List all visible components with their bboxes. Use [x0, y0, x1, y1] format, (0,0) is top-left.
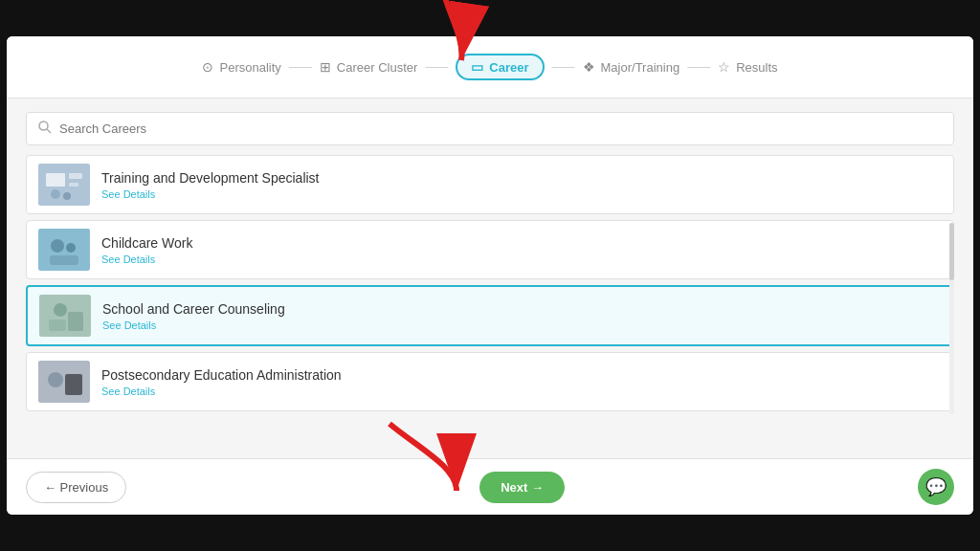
svg-rect-18: [65, 374, 82, 395]
career-thumb-postsecondary: [38, 361, 90, 403]
career-title-childcare: Childcare Work: [101, 235, 192, 251]
step-career-label: Career: [489, 60, 528, 75]
step-career-cluster-label: Career Cluster: [337, 60, 418, 75]
step-arrow-4: ——: [687, 60, 710, 74]
svg-point-10: [66, 243, 76, 253]
career-info-counseling: School and Career Counseling See Details: [102, 301, 285, 331]
career-cluster-icon: ⊞: [320, 59, 331, 75]
next-button[interactable]: Next →: [479, 472, 565, 503]
svg-rect-4: [69, 173, 82, 179]
see-details-childcare[interactable]: See Details: [101, 253, 192, 265]
search-bar: [26, 112, 954, 145]
svg-rect-5: [69, 183, 78, 187]
scrollbar-thumb[interactable]: [949, 223, 954, 280]
personality-icon: ⊙: [202, 59, 213, 75]
search-input[interactable]: [59, 121, 942, 136]
major-training-icon: ❖: [583, 59, 595, 75]
svg-rect-11: [50, 255, 78, 265]
see-details-postsecondary[interactable]: See Details: [101, 386, 342, 397]
career-title-postsecondary: Postsecondary Education Administration: [101, 367, 342, 383]
career-info-postsecondary: Postsecondary Education Administration S…: [101, 367, 342, 397]
svg-rect-14: [49, 320, 66, 331]
chat-icon: 💬: [925, 476, 947, 497]
step-career-cluster[interactable]: ⊞ Career Cluster: [320, 59, 418, 75]
career-card-counseling[interactable]: School and Career Counseling See Details: [26, 285, 954, 346]
svg-point-9: [51, 239, 64, 253]
career-info-training-dev: Training and Development Specialist See …: [101, 170, 320, 200]
search-icon: [38, 121, 52, 137]
svg-point-13: [54, 303, 67, 317]
step-personality[interactable]: ⊙ Personality: [202, 59, 280, 75]
career-info-childcare: Childcare Work See Details: [101, 235, 192, 265]
svg-point-7: [63, 192, 71, 200]
svg-point-17: [48, 372, 63, 387]
svg-rect-15: [68, 312, 83, 331]
chat-button[interactable]: 💬: [918, 469, 954, 505]
step-major-training[interactable]: ❖ Major/Training: [583, 59, 680, 75]
step-results-label: Results: [736, 60, 777, 75]
career-card-childcare[interactable]: Childcare Work See Details: [26, 220, 954, 279]
career-thumb-training-dev: [38, 164, 90, 206]
step-arrow-2: ——: [425, 60, 448, 74]
step-personality-label: Personality: [219, 60, 280, 75]
step-arrow-3: ——: [552, 60, 575, 74]
svg-point-0: [39, 121, 48, 130]
career-title-counseling: School and Career Counseling: [102, 301, 285, 317]
career-thumb-childcare: [38, 229, 90, 271]
see-details-counseling[interactable]: See Details: [102, 320, 285, 331]
step-major-training-label: Major/Training: [601, 60, 680, 75]
career-icon: ▭: [471, 59, 483, 75]
step-results[interactable]: ☆ Results: [718, 59, 777, 75]
stepper: ⊙ Personality —— ⊞ Career Cluster —— ▭ C…: [7, 36, 973, 99]
scrollbar-track[interactable]: [949, 223, 954, 414]
career-list: Training and Development Specialist See …: [7, 155, 973, 458]
career-thumb-counseling: [39, 295, 91, 337]
svg-line-1: [47, 129, 51, 133]
step-arrow-1: ——: [289, 60, 312, 74]
results-icon: ☆: [718, 59, 730, 75]
previous-button[interactable]: ← Previous: [26, 472, 126, 503]
career-title-training-dev: Training and Development Specialist: [101, 170, 320, 186]
bottom-bar: ← Previous Next → 💬: [7, 458, 973, 515]
career-card-training-dev[interactable]: Training and Development Specialist See …: [26, 155, 954, 214]
see-details-training-dev[interactable]: See Details: [101, 188, 320, 200]
step-career[interactable]: ▭ Career: [456, 54, 544, 80]
svg-point-6: [51, 189, 60, 199]
svg-rect-3: [46, 173, 65, 187]
career-card-postsecondary[interactable]: Postsecondary Education Administration S…: [26, 352, 954, 411]
